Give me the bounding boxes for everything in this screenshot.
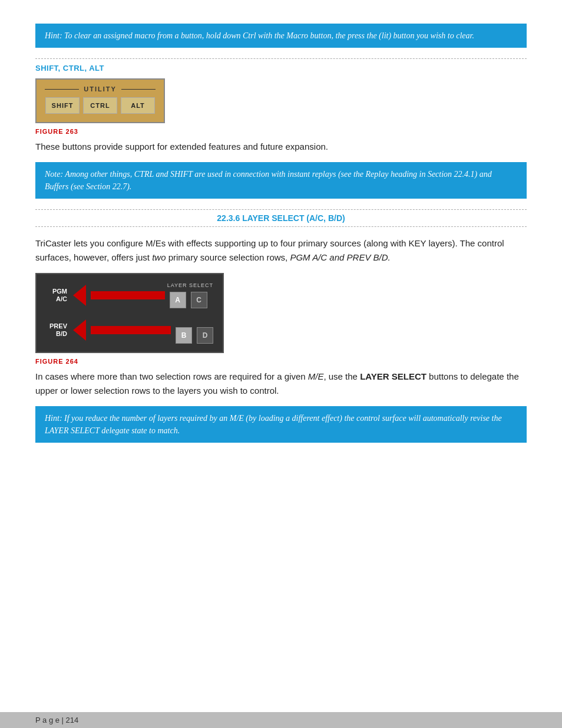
layer-select-panel: PGMA/C LAYER SELECT A C PREVB/D xyxy=(35,273,224,353)
subsection-heading-label: LAYER SELECT (A/C, B/D) xyxy=(242,213,345,223)
btn-d: D xyxy=(197,327,213,344)
layer-row-prev: PREVB/D B D xyxy=(46,317,213,344)
pgm-label: PGMA/C xyxy=(46,288,67,303)
hint-box-1: Hint: To clear an assigned macro from a … xyxy=(35,24,527,48)
figure-263-image: UTILITY SHIFT CTRL ALT xyxy=(35,78,527,123)
hint-box-2: Hint: If you reduce the number of layers… xyxy=(35,406,527,443)
figure-264-label: FIGURE 264 xyxy=(35,358,527,365)
utility-buttons: SHIFT CTRL ALT xyxy=(45,97,156,114)
section-heading-utility: SHIFT, CTRL, ALT xyxy=(35,58,527,73)
utility-panel: UTILITY SHIFT CTRL ALT xyxy=(35,78,165,123)
note-1-text: Note: Among other things, CTRL and SHIFT… xyxy=(45,170,492,191)
pgm-arrow xyxy=(73,285,86,306)
utility-label: UTILITY xyxy=(79,85,121,93)
layer-select-label: LAYER SELECT xyxy=(167,282,213,288)
btn-a: A xyxy=(170,292,186,308)
note-box-1: Note: Among other things, CTRL and SHIFT… xyxy=(35,162,527,199)
hint-1-text: Hint: To clear an assigned macro from a … xyxy=(45,31,474,40)
figure-264-image: PGMA/C LAYER SELECT A C PREVB/D xyxy=(35,273,527,353)
subsection-heading-layer-select: 22.3.6 LAYER SELECT (A/C, B/D) xyxy=(35,209,527,227)
alt-button: ALT xyxy=(121,97,155,114)
body-text-2: TriCaster lets you configure M/Es with e… xyxy=(35,236,527,265)
page-container: Hint: To clear an assigned macro from a … xyxy=(0,0,562,500)
prev-bar xyxy=(91,326,171,334)
btn-b: B xyxy=(176,327,192,344)
footer-bar: P a g e | 214 xyxy=(0,712,562,728)
figure-263-label: FIGURE 263 xyxy=(35,128,527,135)
prev-label: PREVB/D xyxy=(46,322,67,338)
body-text-3: In cases where more than two selection r… xyxy=(35,370,527,398)
layer-row-pgm: PGMA/C LAYER SELECT A C xyxy=(46,282,213,308)
utility-label-row: UTILITY xyxy=(45,85,156,93)
ctrl-button: CTRL xyxy=(83,97,117,114)
btn-c: C xyxy=(191,292,207,308)
hint-2-text: Hint: If you reduce the number of layers… xyxy=(45,414,502,435)
pgm-bar xyxy=(91,291,165,299)
shift-button: SHIFT xyxy=(45,97,80,114)
spacer xyxy=(173,317,213,325)
page-label: P a g e | xyxy=(35,716,66,724)
page-number: 214 xyxy=(66,716,79,724)
utility-line-left xyxy=(45,89,79,90)
body-text-1: These buttons provide support for extend… xyxy=(35,140,527,154)
prev-arrow xyxy=(73,319,86,341)
utility-line-right xyxy=(121,89,156,90)
